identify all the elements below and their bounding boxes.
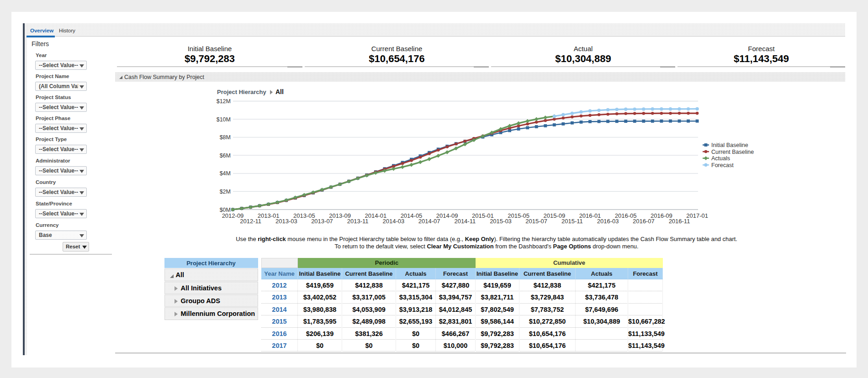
svg-text:2014-07: 2014-07 — [418, 218, 440, 225]
svg-text:Actuals: Actuals — [711, 155, 730, 162]
svg-text:2015-03: 2015-03 — [490, 218, 512, 225]
svg-text:$8M: $8M — [220, 134, 231, 141]
svg-text:2013-07: 2013-07 — [311, 218, 333, 225]
svg-text:2014-11: 2014-11 — [454, 218, 476, 225]
svg-text:$12M: $12M — [217, 98, 231, 105]
svg-text:2016-11: 2016-11 — [669, 218, 690, 225]
svg-text:Current Baseline: Current Baseline — [711, 149, 754, 155]
svg-text:2012-11: 2012-11 — [240, 218, 261, 225]
svg-text:$10M: $10M — [217, 116, 231, 123]
svg-text:2016-07: 2016-07 — [633, 218, 655, 225]
svg-text:2013-03: 2013-03 — [275, 218, 297, 225]
svg-text:2013-11: 2013-11 — [347, 218, 369, 225]
svg-text:Initial Baseline: Initial Baseline — [711, 142, 748, 148]
svg-text:2015-11: 2015-11 — [561, 218, 583, 225]
svg-text:$2M: $2M — [220, 189, 231, 195]
svg-text:$4M: $4M — [220, 170, 231, 177]
svg-text:2014-03: 2014-03 — [383, 218, 405, 225]
svg-text:2015-07: 2015-07 — [525, 218, 547, 225]
svg-text:$6M: $6M — [220, 152, 231, 159]
svg-text:2016-03: 2016-03 — [597, 218, 619, 225]
svg-text:Forecast: Forecast — [711, 162, 734, 168]
